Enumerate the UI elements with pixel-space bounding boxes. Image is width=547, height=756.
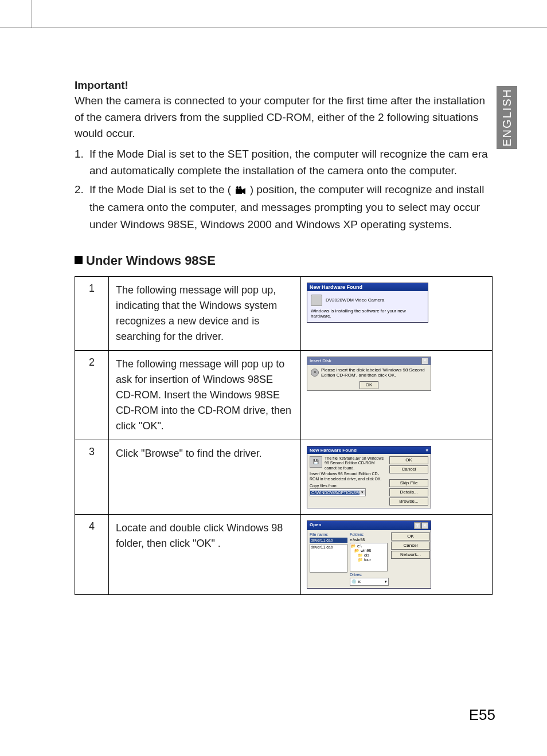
step-desc: The following message will pop up, indic…: [109, 276, 301, 350]
dialog-insert-disk: Insert Disk× ✕ Please insert the disk la…: [307, 357, 431, 391]
close-icon[interactable]: ×: [421, 358, 428, 365]
dialog-title: New Hardware Found: [310, 448, 357, 453]
intro-paragraph: When the camera is connected to your com…: [75, 93, 493, 142]
step-screenshot: Insert Disk× ✕ Please insert the disk la…: [301, 350, 493, 440]
ok-button[interactable]: OK: [360, 381, 379, 389]
table-row: 1 The following message will pop up, ind…: [75, 276, 493, 350]
folders-label: Folders:: [350, 532, 389, 536]
folder-tree[interactable]: 📂 e:\ 📂 win98 📁 ols 📁 tour: [350, 543, 388, 571]
step-screenshot: New Hardware Found DV2020WDM Video Camer…: [301, 276, 493, 350]
step-number: 2: [75, 350, 109, 440]
dialog-new-hardware: New Hardware Found DV2020WDM Video Camer…: [307, 283, 428, 323]
drive-combo[interactable]: 💿 e:▾: [350, 578, 389, 586]
svg-point-3: [239, 186, 241, 189]
table-row: 3 Click "Browse" to find the driver. New…: [75, 440, 493, 514]
step-desc: The following message will pop up to ask…: [109, 350, 301, 440]
chevron-down-icon[interactable]: ▾: [385, 579, 387, 584]
table-row: 2 The following message will pop up to a…: [75, 350, 493, 440]
close-icon[interactable]: ×: [421, 522, 428, 529]
page-number: E55: [469, 706, 495, 724]
step-screenshot: Open ?× File name: driver11.cab driver11…: [301, 514, 493, 594]
folder-icon: 📂: [351, 544, 356, 548]
step-number: 3: [75, 440, 109, 514]
step-screenshot: New Hardware Found× 💾 The file 'kstvtune…: [301, 440, 493, 514]
skip-file-button[interactable]: Skip File: [389, 479, 428, 487]
situation-item-2: 2. If the Mode Dial is set to the ( ) po…: [75, 181, 493, 233]
dialog-title: New Hardware Found: [307, 283, 428, 291]
section-heading: Under Windows 98SE: [75, 253, 493, 268]
important-heading: Important!: [75, 79, 493, 92]
info-icon: ✕: [311, 369, 319, 377]
language-tab-label: ENGLISH: [501, 88, 514, 147]
dialog-title: Insert Disk: [310, 358, 331, 363]
movie-mode-icon: [234, 182, 247, 199]
step-desc: Click "Browse" to find the driver.: [109, 440, 301, 514]
device-icon: [311, 295, 322, 306]
svg-rect-0: [236, 189, 242, 194]
browse-button[interactable]: Browse...: [389, 498, 428, 506]
cancel-button[interactable]: Cancel: [391, 542, 430, 550]
path-combo[interactable]: C:\WINDOWS\OPTIONS\WIN98 ▾: [310, 488, 366, 496]
bullet-square-icon: [75, 256, 83, 264]
network-button[interactable]: Network...: [391, 551, 430, 559]
folder-icon: 📁: [358, 553, 363, 557]
chevron-down-icon[interactable]: ▾: [360, 490, 365, 495]
dialog-copy-files: New Hardware Found× 💾 The file 'kstvtune…: [307, 446, 431, 508]
disk-icon: 💾: [310, 456, 322, 468]
details-button[interactable]: Details...: [389, 488, 428, 496]
language-tab: ENGLISH: [497, 86, 517, 149]
help-icon[interactable]: ?: [414, 522, 421, 529]
file-list[interactable]: driver11.cab: [310, 544, 347, 573]
situation-item-1: 1. If the Mode Dial is set to the SET po…: [75, 146, 493, 179]
drives-label: Drives:: [350, 573, 389, 577]
svg-marker-1: [242, 188, 245, 194]
step-number: 4: [75, 514, 109, 594]
table-row: 4 Locate and double click Windows 98 fol…: [75, 514, 493, 594]
cancel-button[interactable]: Cancel: [389, 465, 428, 473]
svg-point-2: [236, 186, 239, 189]
step-desc: Locate and double click Windows 98 folde…: [109, 514, 301, 594]
filename-label: File name:: [310, 532, 347, 536]
folder-icon: 📂: [354, 549, 360, 553]
step-number: 1: [75, 276, 109, 350]
dialog-open: Open ?× File name: driver11.cab driver11…: [307, 520, 431, 589]
folder-icon: 📁: [358, 558, 363, 562]
ok-button[interactable]: OK: [391, 532, 430, 540]
dialog-title: Open: [310, 522, 321, 529]
ok-button[interactable]: OK: [389, 456, 428, 464]
close-icon[interactable]: ×: [425, 448, 428, 453]
situation-list: 1. If the Mode Dial is set to the SET po…: [75, 146, 493, 233]
copy-from-label: Copy files from:: [310, 484, 387, 488]
filename-field[interactable]: driver11.cab: [310, 538, 347, 543]
steps-table: 1 The following message will pop up, ind…: [75, 276, 493, 595]
